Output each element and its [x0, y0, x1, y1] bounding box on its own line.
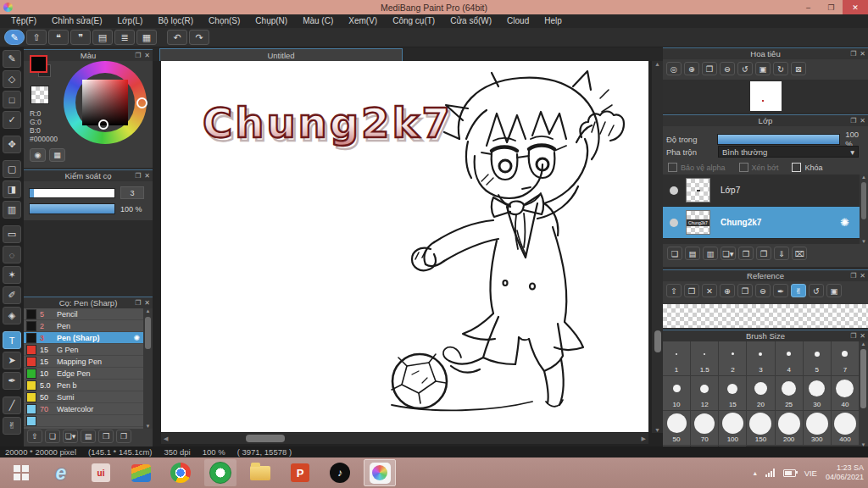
halftone-layer-icon[interactable]: ▤ [685, 247, 700, 260]
brush-size-cell[interactable]: 40 [832, 376, 859, 410]
ref-eyedropper-icon[interactable]: ✒ [773, 284, 788, 297]
brush-item[interactable]: 2 Pen [24, 320, 143, 332]
layer-row[interactable]: Lớp7 [663, 175, 868, 207]
layer-visibility-icon[interactable] [670, 219, 678, 227]
clock[interactable]: 1:23 SA 04/06/2021 [826, 463, 864, 482]
gear-icon[interactable]: ✺ [133, 334, 140, 342]
menu-item[interactable]: Bộ lọc(R) [150, 14, 201, 28]
duplicate-brush-icon[interactable]: ❐ [116, 430, 131, 443]
magic-wand-tool[interactable]: ✶ [3, 266, 21, 284]
popout-icon[interactable]: ❐ [850, 50, 856, 58]
scroll-right-icon[interactable]: ▶ [642, 435, 646, 442]
close-icon[interactable]: ✕ [860, 117, 865, 125]
brush-item[interactable]: 3 Pen (Sharp) ✺ [24, 332, 143, 344]
operation-tool[interactable]: ➤ [3, 352, 21, 369]
list-icon[interactable]: ≣ [114, 30, 135, 45]
scrollbar-thumb[interactable] [145, 317, 151, 349]
brush-size-cell[interactable]: 30 [804, 376, 831, 410]
lock-icon[interactable]: ⊠ [791, 62, 806, 75]
menu-item[interactable]: Cửa sổ(W) [442, 14, 499, 28]
brush-size-cell[interactable]: 25 [776, 376, 803, 410]
brush-size-cell[interactable]: 3 [747, 341, 774, 375]
close-icon[interactable]: ✕ [144, 172, 150, 180]
brush-size-cell[interactable]: 12 [691, 376, 718, 410]
brush-opacity-slider[interactable] [29, 203, 115, 214]
zoom-out-icon[interactable]: ⊖ [720, 62, 735, 75]
add-layer-menu-icon[interactable]: ❏▾ [721, 247, 736, 260]
eraser-tool[interactable]: ◇ [3, 70, 21, 88]
layer-option-checkbox[interactable]: Khóa [792, 163, 822, 172]
select-pen-tool[interactable]: ✐ [3, 286, 21, 304]
divide-tool[interactable]: ╱ [3, 396, 21, 414]
scroll-down-icon[interactable]: ▼ [654, 427, 660, 433]
menu-item[interactable]: Chỉnh sửa(E) [44, 14, 110, 28]
ref-hand-icon[interactable]: ✌ [791, 284, 806, 297]
scroll-up-icon[interactable]: ▲ [654, 61, 660, 67]
rotate-reset-icon[interactable]: ▣ [755, 62, 771, 75]
popout-icon[interactable]: ❐ [135, 52, 141, 59]
select-eraser-tool[interactable]: ◈ [3, 307, 21, 324]
checkbox[interactable] [668, 163, 677, 172]
scroll-up-icon[interactable]: ▲ [861, 175, 866, 180]
unikey-icon[interactable]: ui [85, 459, 117, 486]
snap-tool[interactable]: ✓ [3, 111, 21, 129]
open-reference-icon[interactable]: ❒ [684, 284, 699, 297]
scrollbar-thumb[interactable] [246, 435, 285, 442]
brush-item[interactable]: 70 Watercolor [24, 403, 143, 415]
scrollbar-thumb[interactable] [654, 330, 661, 352]
scroll-up-icon[interactable]: ▲ [861, 341, 866, 347]
close-button[interactable]: ✕ [843, 0, 868, 14]
brush-size-cell[interactable]: 300 [804, 411, 831, 445]
merge-layer-icon[interactable]: ⇓ [774, 247, 789, 260]
maximize-button[interactable]: ❐ [820, 0, 843, 14]
layer-folder-icon[interactable]: ❒ [738, 247, 754, 260]
brush-size-cell[interactable]: 2 [719, 341, 746, 375]
brush-size-cell[interactable]: 4 [776, 341, 803, 375]
close-icon[interactable]: ✕ [144, 299, 150, 307]
palette-icon[interactable]: ◉ [30, 148, 46, 162]
menu-item[interactable]: Help [537, 14, 570, 28]
sv-marker[interactable] [98, 119, 108, 130]
blend-mode-dropdown[interactable]: Bình thường ▾ [718, 146, 859, 158]
close-icon[interactable]: ✕ [860, 50, 865, 58]
document-icon[interactable]: ▤ [92, 30, 113, 45]
fill-tool[interactable]: ▢ [3, 160, 21, 178]
lasso-tool[interactable]: ◌ [3, 246, 21, 263]
dot-tool[interactable]: □ [3, 91, 21, 108]
ref-rotate-reset-icon[interactable]: ▣ [826, 284, 842, 297]
upload-reference-icon[interactable]: ⇧ [666, 284, 682, 297]
popout-icon[interactable]: ❐ [135, 172, 141, 180]
brush-folder-icon[interactable]: ❒ [98, 430, 114, 443]
foreground-color-swatch[interactable] [30, 55, 47, 73]
transparent-color-swatch[interactable] [31, 86, 49, 104]
tray-expand-icon[interactable]: ▴ [754, 469, 757, 477]
close-icon[interactable]: ✕ [860, 332, 865, 340]
brush-item[interactable]: 10 Edge Pen [24, 368, 143, 380]
brush-item[interactable]: 15 Mapping Pen [24, 356, 143, 368]
language-indicator[interactable]: VIE [804, 469, 817, 478]
ref-zoom-out-icon[interactable]: ⊖ [755, 284, 771, 297]
brush-size-slider[interactable] [29, 188, 115, 198]
move-tool[interactable]: ✥ [3, 136, 21, 153]
onebit-layer-icon[interactable]: ▥ [703, 247, 718, 260]
navigator-thumbnail[interactable] [750, 81, 782, 111]
fit-icon[interactable]: ❐ [702, 62, 717, 75]
hue-marker[interactable] [136, 97, 147, 108]
minimize-button[interactable]: – [797, 0, 820, 14]
brush-item[interactable] [24, 415, 143, 427]
coccoc-icon[interactable] [204, 459, 236, 486]
medibang-cloud-icon[interactable]: ✎ [4, 30, 25, 45]
navigator-preview[interactable] [663, 80, 868, 113]
layer-visibility-icon[interactable] [670, 186, 678, 195]
canvas-vertical-scrollbar[interactable]: ▲ ▼ [652, 61, 663, 433]
canvas-horizontal-scrollbar[interactable]: ◀ ▶ [161, 433, 648, 444]
brush-item[interactable]: 5 Pencil [24, 308, 143, 320]
scroll-up-icon[interactable]: ▲ [146, 308, 151, 313]
reference-content[interactable] [663, 304, 868, 328]
menu-item[interactable]: Chụp(N) [248, 14, 295, 28]
brush-size-scrollbar[interactable]: ▲ ▼ [859, 341, 868, 446]
zoom-in-icon[interactable]: ⊕ [684, 62, 699, 75]
document-tab[interactable]: Untitled [159, 48, 403, 61]
menu-item[interactable]: Lớp(L) [110, 14, 151, 28]
scroll-down-icon[interactable]: ▼ [861, 239, 866, 244]
